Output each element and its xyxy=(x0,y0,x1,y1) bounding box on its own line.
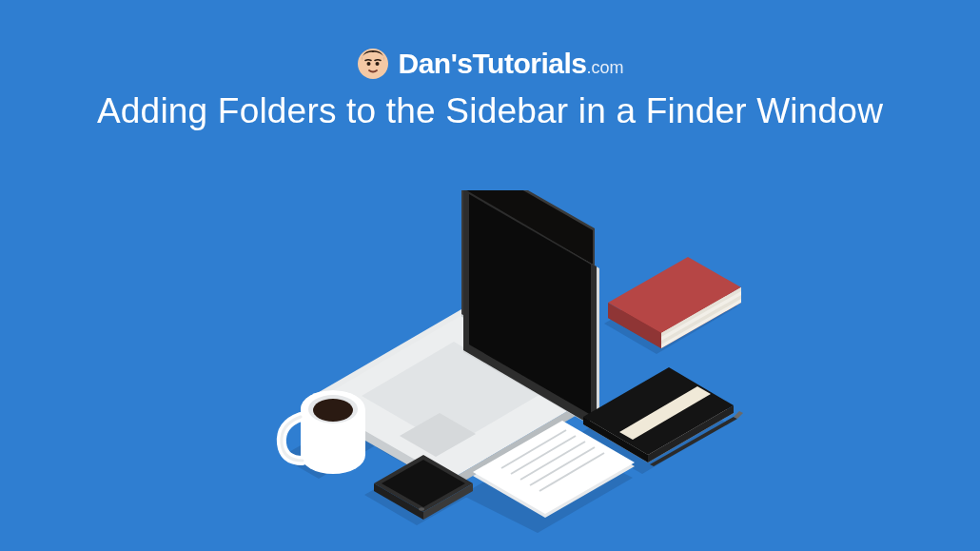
brand-name-main: Dan'sTutorials xyxy=(399,48,587,79)
svg-point-2 xyxy=(375,62,379,66)
coffee-mug-icon xyxy=(282,390,365,474)
avatar-icon xyxy=(357,48,389,80)
brand-name-suffix: .com xyxy=(586,58,623,77)
brand-text: Dan'sTutorials.com xyxy=(399,48,624,80)
svg-point-0 xyxy=(358,49,388,79)
page-title: Adding Folders to the Sidebar in a Finde… xyxy=(0,91,980,131)
svg-point-23 xyxy=(301,436,365,474)
svg-point-1 xyxy=(366,62,370,66)
header: Dan'sTutorials.com Adding Folders to the… xyxy=(0,0,980,131)
brand-lockup: Dan'sTutorials.com xyxy=(357,48,624,80)
hero-illustration xyxy=(224,190,756,533)
svg-point-31 xyxy=(419,507,424,510)
svg-point-26 xyxy=(313,399,353,422)
